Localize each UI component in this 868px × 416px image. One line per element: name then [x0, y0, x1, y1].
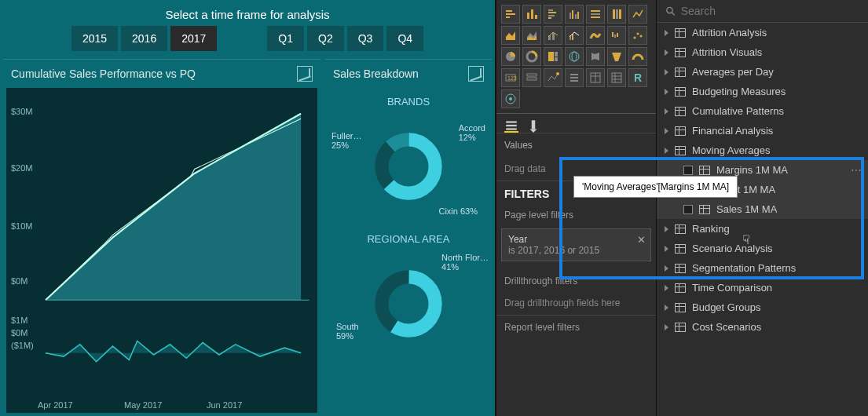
- field-group-segmentation-patterns[interactable]: Segmentation Patterns: [657, 258, 868, 278]
- field-tooltip: 'Moving Averages'[Margins 1M MA]: [573, 176, 738, 198]
- field-group-time-comparison[interactable]: Time Comparison: [657, 278, 868, 297]
- viz-pie-icon[interactable]: [501, 47, 520, 66]
- q1-button[interactable]: Q1: [267, 26, 304, 51]
- viz-line-icon[interactable]: [628, 5, 647, 24]
- viz-clustered-column-icon[interactable]: [565, 5, 584, 24]
- svg-rect-71: [532, 120, 536, 129]
- field-group-label: Cumulative Patterns: [692, 105, 784, 117]
- svg-rect-18: [548, 15, 555, 16]
- viz-scatter-icon[interactable]: [628, 26, 647, 45]
- viz-slicer-icon[interactable]: [565, 68, 584, 87]
- viz-stacked-area-icon[interactable]: [522, 26, 541, 45]
- regional-south-label: South 59%: [336, 322, 359, 341]
- viz-card-icon[interactable]: 123: [501, 68, 520, 87]
- viz-table-icon[interactable]: [586, 68, 605, 87]
- cursor-hand-icon: ☟: [742, 232, 750, 247]
- viz-multirow-icon[interactable]: [522, 68, 541, 87]
- field-group-label: Averages per Day: [692, 66, 774, 78]
- field-group-cost-scenarios[interactable]: Cost Scenarios: [657, 317, 868, 337]
- search-input[interactable]: [681, 5, 860, 17]
- year-2017[interactable]: 2017: [170, 26, 217, 51]
- svg-rect-15: [535, 15, 537, 19]
- page-level-filters-label: Page level filters: [496, 206, 656, 225]
- field-sales-1m-ma[interactable]: Sales 1M MA: [657, 199, 868, 219]
- chevron-right-icon: [665, 128, 668, 134]
- viz-area-icon[interactable]: [501, 26, 520, 45]
- viz-line-column-icon[interactable]: [544, 26, 562, 45]
- fields-well-tab-icon[interactable]: [504, 119, 518, 133]
- svg-rect-16: [548, 9, 553, 11]
- drillthrough-filters-label: Drillthrough filters: [496, 272, 656, 291]
- viz-100-bar-icon[interactable]: [586, 5, 605, 24]
- sales-breakdown-panel[interactable]: Sales Breakdown BRANDS Fuller… 25% Accor…: [325, 59, 492, 416]
- viz-clustered-bar-icon[interactable]: [544, 5, 562, 24]
- viz-100-column-icon[interactable]: [607, 5, 626, 24]
- viz-matrix-icon[interactable]: [607, 68, 626, 87]
- viz-filled-map-icon[interactable]: [586, 47, 605, 66]
- checkbox-icon[interactable]: [683, 205, 693, 214]
- svg-point-48: [570, 52, 579, 61]
- year-filter-card[interactable]: Year is 2017, 2016 or 2015 ✕: [501, 228, 651, 261]
- field-group-label: Attrition Visuals: [692, 46, 762, 58]
- svg-rect-45: [548, 52, 554, 61]
- y-axis-0m: $0M: [11, 276, 27, 286]
- sales-chart-body[interactable]: $30M $20M $10M $0M $1M $0M ($1M) Apr 201…: [6, 88, 317, 413]
- viz-ribbon-icon[interactable]: [586, 26, 605, 45]
- viz-line-clustered-icon[interactable]: [565, 26, 584, 45]
- field-group-ranking[interactable]: Ranking: [657, 219, 868, 239]
- year-2016[interactable]: 2016: [121, 26, 167, 51]
- field-group-averages-per-day[interactable]: Averages per Day: [657, 62, 868, 82]
- field-label: Sales 1M MA: [716, 203, 777, 215]
- field-group-attrition-analysis[interactable]: Attrition Analysis: [657, 23, 868, 42]
- viz-funnel-icon[interactable]: [607, 47, 626, 66]
- viz-gauge-icon[interactable]: [628, 47, 647, 66]
- field-group-moving-averages[interactable]: Moving Averages: [657, 140, 868, 160]
- field-group-cumulative-patterns[interactable]: Cumulative Patterns: [657, 101, 868, 121]
- svg-point-73: [667, 7, 672, 13]
- chart-options-icon[interactable]: [468, 66, 484, 82]
- viz-arcgis-icon[interactable]: [501, 89, 520, 108]
- drag-drillthrough-placeholder[interactable]: Drag drillthrough fields here: [496, 291, 656, 315]
- table-icon: [675, 146, 686, 155]
- chevron-right-icon: [665, 30, 668, 36]
- field-group-attrition-visuals[interactable]: Attrition Visuals: [657, 42, 868, 62]
- regional-donut[interactable]: North Flor… 41% South 59%: [328, 245, 489, 363]
- format-tabs: [496, 113, 656, 133]
- report-level-filters-label: Report level filters: [496, 315, 656, 338]
- q4-button[interactable]: Q4: [386, 26, 423, 51]
- table-icon: [675, 107, 686, 116]
- checkbox-icon[interactable]: [683, 166, 693, 175]
- chart-options-icon[interactable]: [297, 66, 313, 82]
- viz-treemap-icon[interactable]: [544, 47, 562, 66]
- viz-stacked-bar-icon[interactable]: [501, 5, 520, 24]
- viz-r-icon[interactable]: R: [628, 68, 647, 87]
- fields-search: [657, 0, 868, 23]
- svg-rect-28: [616, 9, 618, 19]
- format-tab-icon[interactable]: [526, 119, 540, 133]
- brands-donut[interactable]: Fuller… 25% Accord 12% Cixin 63%: [328, 108, 489, 225]
- viz-donut-icon[interactable]: [522, 47, 541, 66]
- table-icon: [675, 283, 686, 293]
- viz-stacked-column-icon[interactable]: [522, 5, 541, 24]
- y-axis-10m: $10M: [11, 221, 33, 231]
- q2-button[interactable]: Q2: [307, 26, 344, 51]
- svg-marker-50: [612, 53, 621, 61]
- field-group-budgeting-measures[interactable]: Budgeting Measures: [657, 82, 868, 101]
- viz-map-icon[interactable]: [565, 47, 584, 66]
- year-2015[interactable]: 2015: [71, 26, 118, 51]
- more-options-icon[interactable]: ⋯: [851, 164, 862, 177]
- svg-rect-19: [548, 17, 551, 19]
- field-group-label: Financial Analysis: [692, 125, 773, 137]
- values-label: Values: [496, 133, 656, 157]
- brands-accord-label: Accord 12%: [459, 123, 485, 142]
- svg-point-42: [640, 35, 643, 38]
- field-group-financial-analysis[interactable]: Financial Analysis: [657, 121, 868, 140]
- viz-waterfall-icon[interactable]: [607, 26, 626, 45]
- viz-kpi-icon[interactable]: [544, 68, 562, 87]
- clear-filter-icon[interactable]: ✕: [637, 234, 646, 246]
- q3-button[interactable]: Q3: [347, 26, 384, 51]
- field-group-budget-groups[interactable]: Budget Groups: [657, 297, 868, 317]
- sales-performance-panel[interactable]: Cumulative Sales Performance vs PQ $30M …: [3, 59, 320, 416]
- fields-tree: Attrition AnalysisAttrition VisualsAvera…: [657, 23, 868, 416]
- field-group-scenario-analysis[interactable]: Scenario Analysis: [657, 239, 868, 258]
